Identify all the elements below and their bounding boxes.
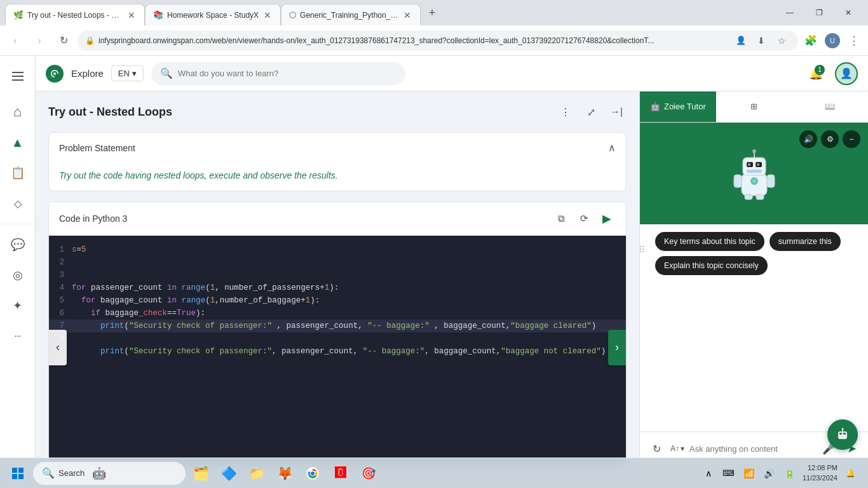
summarize-chip[interactable]: summarize this — [770, 232, 841, 251]
exit-button[interactable]: →| — [606, 102, 627, 122]
extensions-icon[interactable]: 🧩 — [802, 32, 820, 50]
prev-arrow[interactable]: ‹ — [49, 330, 67, 365]
forward-button[interactable]: › — [29, 30, 50, 51]
problem-statement-header[interactable]: Problem Statement ∧ — [49, 133, 626, 163]
tab-view3[interactable]: 📖 — [792, 92, 868, 122]
run-button[interactable]: ▶ — [598, 210, 616, 227]
new-tab-button[interactable]: + — [423, 4, 441, 22]
hamburger-menu[interactable] — [5, 64, 31, 89]
lang-chevron-icon: ▾ — [132, 69, 137, 78]
tutor-input-field[interactable] — [689, 444, 815, 454]
ai-chevron-icon: ▾ — [681, 444, 684, 453]
right-panel: 🤖 Zoiee Tutor ⊞ 📖 🔊 — [639, 92, 868, 465]
minimize-button[interactable]: — — [775, 3, 804, 23]
download-icon[interactable]: ⬇ — [752, 32, 770, 50]
tab-2[interactable]: 📚 Homework Space - StudyX ✕ — [145, 4, 281, 25]
floating-robot-button[interactable] — [827, 419, 858, 450]
taskbar-search-label: Search — [58, 468, 85, 478]
url-text: infyspringboard.onwingspan.com/web/en/vi… — [98, 36, 728, 45]
code-line-5: 5 for baggage_count in range(1,number_of… — [49, 294, 626, 307]
wifi-icon[interactable]: 📶 — [742, 466, 757, 481]
tab-1[interactable]: 🌿 Try out - Nested Loops - Viewer ✕ — [5, 4, 145, 25]
tutor-tabs: 🤖 Zoiee Tutor ⊞ 📖 — [640, 92, 868, 123]
tray-chevron-icon[interactable]: ∧ — [701, 466, 716, 481]
svg-rect-26 — [839, 433, 842, 435]
reader-icon[interactable]: 👤 — [732, 32, 750, 50]
sidebar-item-target[interactable]: ◎ — [5, 262, 31, 288]
expand-button[interactable]: ⤢ — [581, 102, 601, 122]
taskbar-teams[interactable]: 🔷 — [216, 461, 241, 486]
volume-icon[interactable]: 🔊 — [762, 466, 777, 481]
code-line-6: 6 if baggage_check==True): — [49, 307, 626, 320]
next-arrow[interactable]: › — [608, 330, 626, 365]
sidebar-item-learn[interactable]: ▲ — [5, 130, 31, 155]
back-button[interactable]: ‹ — [5, 30, 25, 51]
copy-button[interactable]: ⧉ — [552, 210, 570, 227]
more-options-icon[interactable]: ⋮ — [845, 32, 863, 50]
taskbar-files[interactable]: 🗂️ — [188, 461, 214, 486]
minimize-avatar-button[interactable]: − — [843, 130, 860, 148]
robot-avatar — [729, 145, 780, 202]
ai-indicator[interactable]: A↑ ▾ — [670, 444, 684, 453]
sidebar: ⌂ ▲ 📋 ◇ 💬 ◎ ✦ ··· — [0, 56, 36, 465]
content-area: Try out - Nested Loops ⋮ ⤢ →| Problem St… — [36, 92, 868, 465]
taskbar-opera[interactable]: 🅾 — [328, 461, 353, 486]
code-card: Code in Python 3 ⧉ ⟳ ▶ ‹ › 1 — [48, 201, 627, 465]
sidebar-item-badge[interactable]: ✦ — [5, 293, 31, 318]
taskbar-firefox[interactable]: 🦊 — [272, 461, 297, 486]
user-avatar[interactable]: 👤 — [835, 62, 858, 85]
search-input[interactable] — [178, 69, 397, 78]
avatar-controls: 🔊 ⚙ − — [799, 130, 860, 148]
maximize-button[interactable]: ❐ — [804, 3, 834, 23]
address-bar[interactable]: 🔒 infyspringboard.onwingspan.com/web/en/… — [78, 30, 798, 51]
sidebar-item-chat[interactable]: 💬 — [5, 232, 31, 257]
system-tray: ∧ ⌨ 📶 🔊 🔋 12:08 PM 11/23/2024 🔔 — [696, 463, 863, 483]
tutor-tab-label: Zoiee Tutor — [664, 102, 706, 111]
tab3-icon: 📖 — [825, 102, 835, 111]
code-line-8: 8 — [49, 332, 626, 345]
drag-handle[interactable]: ⠿ — [639, 245, 645, 255]
explain-chip[interactable]: Explain this topic concisely — [655, 256, 768, 275]
keyboard-icon[interactable]: ⌨ — [721, 466, 736, 481]
settings-button[interactable]: ⚙ — [821, 130, 839, 148]
sidebar-item-home[interactable]: ⌂ — [5, 99, 31, 125]
tab-2-title: Homework Space - StudyX — [167, 11, 259, 20]
refresh-button[interactable]: ↻ — [648, 440, 665, 458]
notifications-tray-icon[interactable]: 🔔 — [843, 466, 858, 481]
tab-view2[interactable]: ⊞ — [716, 92, 792, 122]
close-button[interactable]: ✕ — [834, 3, 863, 23]
more-menu-button[interactable]: ⋮ — [555, 102, 576, 122]
start-button[interactable] — [5, 461, 31, 486]
tab-zoiee-tutor[interactable]: 🤖 Zoiee Tutor — [640, 92, 716, 122]
tab-1-close[interactable]: ✕ — [126, 9, 137, 22]
title-actions: ⋮ ⤢ →| — [555, 102, 627, 122]
notification-button[interactable]: 🔔 1 — [804, 62, 827, 85]
tab-1-title: Try out - Nested Loops - Viewer — [27, 11, 123, 20]
svg-rect-19 — [12, 474, 17, 479]
svg-rect-9 — [757, 163, 759, 166]
history-button[interactable]: ⟳ — [575, 210, 593, 227]
taskbar-explorer[interactable]: 📁 — [244, 461, 269, 486]
volume-button[interactable]: 🔊 — [799, 130, 817, 148]
key-terms-chip[interactable]: Key terms about this topic — [655, 232, 764, 251]
taskbar-app8[interactable]: 🎯 — [356, 461, 381, 486]
bookmark-icon[interactable]: ☆ — [773, 32, 790, 50]
sidebar-item-more[interactable]: ··· — [5, 323, 31, 349]
language-selector[interactable]: EN ▾ — [111, 65, 144, 81]
taskbar-search[interactable]: 🔍 Search 🤖 — [33, 462, 186, 485]
tab-3[interactable]: ⬡ Generic_Training_Python_INFY/ ✕ — [281, 4, 421, 25]
svg-rect-18 — [18, 468, 24, 473]
taskbar-chrome[interactable] — [300, 461, 325, 486]
sidebar-item-code[interactable]: ◇ — [5, 191, 31, 216]
system-clock[interactable]: 12:08 PM 11/23/2024 — [803, 463, 837, 483]
code-editor[interactable]: 1 s=5 2 3 4 for passen — [49, 236, 626, 465]
code-header: Code in Python 3 ⧉ ⟳ ▶ — [49, 202, 626, 236]
tab-3-close[interactable]: ✕ — [402, 9, 412, 22]
tab-2-close[interactable]: ✕ — [262, 9, 273, 22]
reload-button[interactable]: ↻ — [53, 30, 74, 51]
sidebar-item-courses[interactable]: 📋 — [5, 160, 31, 186]
profile-icon[interactable]: U — [824, 32, 841, 50]
search-bar[interactable]: 🔍 — [151, 62, 405, 85]
main-panel: Try out - Nested Loops ⋮ ⤢ →| Problem St… — [36, 92, 639, 465]
battery-icon[interactable]: 🔋 — [782, 466, 797, 481]
